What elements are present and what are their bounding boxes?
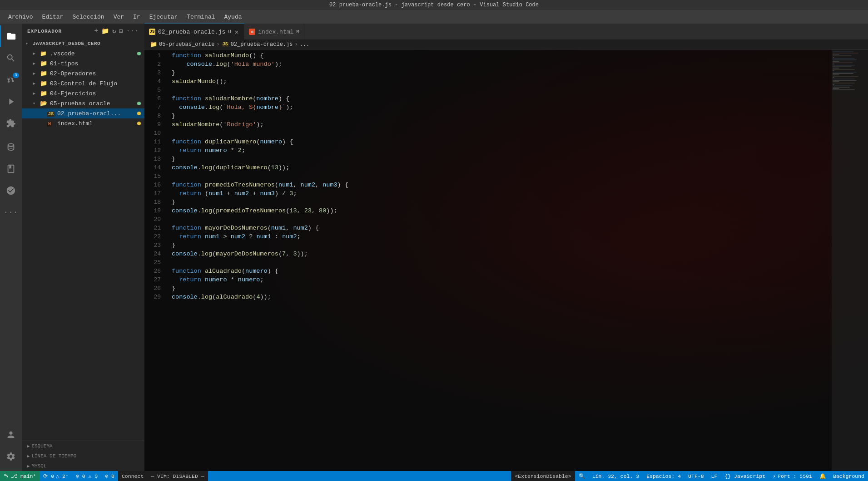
status-extension-disable[interactable]: <ExtensionDisable> <box>511 471 575 481</box>
code-line-3: } <box>172 69 832 77</box>
status-encoding[interactable]: UTF-8 <box>684 471 708 481</box>
activity-icon-ai[interactable] <box>0 180 22 201</box>
status-git-branch[interactable]: ⎇ main* <box>0 471 40 481</box>
sidebar-mysql[interactable]: ▶ MYSQL <box>22 461 144 471</box>
menu-bar: Archivo Editar Selección Ver Ir Ejecutar… <box>0 10 868 24</box>
activity-icon-run-debug[interactable] <box>0 91 22 113</box>
code-line-13: } <box>172 155 832 163</box>
collapse-all-icon[interactable]: ⊟ <box>119 27 123 35</box>
status-warnings[interactable]: ⊗ 0 <box>101 471 118 481</box>
new-folder-icon[interactable]: 📁 <box>101 27 109 35</box>
breadcrumb-symbol[interactable]: ... <box>300 41 310 48</box>
breadcrumb-folder-icon: 📁 <box>150 41 157 48</box>
activity-icon-database[interactable] <box>0 136 22 158</box>
tree-root[interactable]: ▾ JAVASCRIPT_DESDE_CERO <box>22 39 144 49</box>
menu-terminal[interactable]: Terminal <box>183 13 218 21</box>
dot-02oracle <box>137 112 141 115</box>
sidebar-bottom: ▶ ESQUEMA ▶ LÍNEA DE TIEMPO ▶ MYSQL <box>22 441 144 471</box>
code-line-4: saludarMundo(); <box>172 77 832 86</box>
tree-item-02operadores[interactable]: ▶ 📁 02-Operadores <box>22 69 144 79</box>
activity-bar: 3 ··· <box>0 24 22 471</box>
menu-ayuda[interactable]: Ayuda <box>221 13 246 21</box>
sidebar-esquema[interactable]: ▶ ESQUEMA <box>22 441 144 451</box>
breadcrumb-js-icon: JS <box>222 42 229 47</box>
activity-icon-explorer[interactable] <box>0 25 22 47</box>
sidebar: EXPLORADOR + 📁 ↻ ⊟ ··· ▾ JAVASCRIPT_DESD… <box>22 24 144 471</box>
new-file-icon[interactable]: + <box>94 27 99 35</box>
tab-html-icon: H <box>249 29 255 35</box>
activity-icon-settings[interactable] <box>0 446 22 467</box>
code-line-1: function saludarMundo() { <box>172 51 832 60</box>
bell-icon: 🔔 <box>819 473 826 479</box>
activity-icon-extensions[interactable] <box>0 113 22 134</box>
breadcrumb-folder[interactable]: 05-pruebas_oracle <box>159 41 214 48</box>
status-search-zoom[interactable]: 🔍 <box>575 471 589 481</box>
status-line-col[interactable]: Lín. 32, col. 3 <box>589 471 643 481</box>
code-content[interactable]: function saludarMundo() { console.log('H… <box>168 49 832 471</box>
tree-item-indexhtml[interactable]: ▶ H index.html <box>22 118 144 128</box>
menu-ejecutar[interactable]: Ejecutar <box>146 13 181 21</box>
code-line-16: function promediоTresNumeros(num1, num2,… <box>172 181 832 189</box>
code-line-20 <box>172 215 832 224</box>
code-line-7: console.log(`Hola, ${nombre}`); <box>172 103 832 112</box>
status-notifications[interactable]: 🔔 <box>816 471 829 481</box>
refresh-icon[interactable]: ↻ <box>112 27 116 35</box>
status-vim[interactable]: — VIM: DISABLED — <box>147 471 208 481</box>
status-sync[interactable]: ⟳ 0 △ 2↑ <box>40 471 72 481</box>
tab-js-icon: JS <box>149 29 155 35</box>
sidebar-linea-tiempo[interactable]: ▶ LÍNEA DE TIEMPO <box>22 451 144 461</box>
code-line-26: function alCuadrado(numero) { <box>172 267 832 275</box>
activity-icon-account[interactable] <box>0 424 22 446</box>
tree-item-05pruebas[interactable]: ▾ 📂 05-pruebas_oracle <box>22 98 144 108</box>
activity-icon-notebook[interactable] <box>0 158 22 180</box>
status-line-endings[interactable]: LF <box>708 471 721 481</box>
code-line-9: saludarNombre('Rodrigo'); <box>172 120 832 129</box>
tree-item-01tipos[interactable]: ▶ 📁 01-tipos <box>22 59 144 69</box>
code-line-27: return numero * numero; <box>172 275 832 284</box>
tree-item-04ejercicios[interactable]: ▶ 📁 04-Ejercicios <box>22 88 144 98</box>
sidebar-header: EXPLORADOR + 📁 ↻ ⊟ ··· <box>22 24 144 39</box>
code-line-14: console.log(duplicarNumero(13)); <box>172 163 832 172</box>
search-icon: 🔍 <box>579 473 585 479</box>
code-line-19: console.log(promediоTresNumeros(13, 23, … <box>172 206 832 215</box>
tab-indexhtml[interactable]: H index.html M <box>244 24 304 39</box>
code-line-8: } <box>172 112 832 120</box>
menu-seleccion[interactable]: Selección <box>69 13 108 21</box>
code-line-5 <box>172 86 832 94</box>
tree-item-vscode[interactable]: ▶ 📁 .vscode <box>22 49 144 59</box>
status-connect[interactable]: Connect <box>118 471 147 481</box>
menu-archivo[interactable]: Archivo <box>5 13 37 21</box>
status-language[interactable]: {} JavaScript <box>721 471 769 481</box>
menu-editar[interactable]: Editar <box>39 13 67 21</box>
code-line-10 <box>172 129 832 137</box>
menu-ir[interactable]: Ir <box>129 13 144 21</box>
activity-icon-more[interactable]: ··· <box>0 201 22 223</box>
tab-close-02oracle[interactable]: ✕ <box>234 28 239 36</box>
tree-item-03control[interactable]: ▶ 📁 03-Control de Flujo <box>22 79 144 88</box>
code-line-17: return (num1 + num2 + num3) / 3; <box>172 189 832 198</box>
tab-02oracle[interactable]: JS 02_prueba-oracle.js U ✕ <box>144 24 244 39</box>
status-background[interactable]: Background <box>829 471 868 481</box>
code-editor: 12345 678910 1112131415 1617181920 21222… <box>144 49 868 471</box>
title-bar: 02_prueba-oracle.js - javascript_desde_c… <box>0 0 868 10</box>
menu-ver[interactable]: Ver <box>110 13 128 21</box>
status-errors[interactable]: ⊗ 0 ⚠ 0 <box>72 471 101 481</box>
breadcrumb-file[interactable]: 02_prueba-oracle.js <box>231 41 293 48</box>
activity-icon-source-control[interactable]: 3 <box>0 69 22 91</box>
code-line-28: } <box>172 284 832 293</box>
dot-indexhtml <box>137 122 141 125</box>
tree-item-02oracle[interactable]: ▶ JS 02_prueba-oracl... <box>22 108 144 118</box>
root-label: JAVASCRIPT_DESDE_CERO <box>33 41 100 46</box>
status-port[interactable]: ⚡ Port : 5501 <box>769 471 816 481</box>
activity-icon-search[interactable] <box>0 47 22 69</box>
more-actions-icon[interactable]: ··· <box>126 27 139 35</box>
code-line-2: console.log('Hola mundo'); <box>172 60 832 69</box>
status-right: <ExtensionDisable> 🔍 Lín. 32, col. 3 Esp… <box>511 471 868 481</box>
editor-area: JS 02_prueba-oracle.js U ✕ H index.html … <box>144 24 868 471</box>
status-spaces[interactable]: Espacios: 4 <box>643 471 684 481</box>
dot-vscode <box>137 52 141 55</box>
code-line-12: return numero * 2; <box>172 146 832 155</box>
status-left: ⎇ main* ⟳ 0 △ 2↑ ⊗ 0 ⚠ 0 ⊗ 0 Connect — V… <box>0 471 208 481</box>
minimap[interactable] <box>832 49 868 471</box>
port-icon: ⚡ <box>773 473 776 479</box>
